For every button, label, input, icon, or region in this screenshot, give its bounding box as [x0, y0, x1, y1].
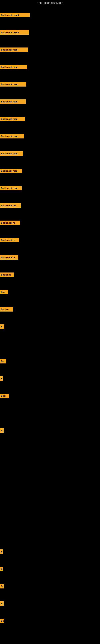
bottleneck-bar-16[interactable]: Bottlenec — [0, 272, 14, 277]
bottleneck-bar-11[interactable]: Bottleneck resu — [0, 186, 22, 190]
bottleneck-bar-10[interactable]: Bottleneck resu — [0, 169, 22, 173]
bottleneck-bar-14[interactable]: Bottleneck re — [0, 238, 19, 242]
bottleneck-bar-15[interactable]: Bottleneck re — [0, 255, 18, 260]
bottleneck-bar-13[interactable]: Bottleneck re — [0, 220, 20, 225]
bottleneck-bar-2[interactable]: Bottleneck result — [0, 30, 29, 34]
bottleneck-bar-18[interactable]: Bottlen — [0, 307, 13, 312]
bottleneck-bar-28[interactable]: Bo — [0, 619, 4, 623]
bottleneck-bar-22[interactable]: Bottl — [0, 394, 9, 398]
bottleneck-bar-4[interactable]: Bottleneck resu — [0, 65, 27, 69]
bottleneck-bar-23[interactable]: B — [0, 428, 3, 433]
bottleneck-bar-6[interactable]: Bottleneck resu — [0, 100, 26, 104]
bottleneck-bar-1[interactable]: Bottleneck result — [0, 13, 30, 17]
bottleneck-bar-24[interactable]: B — [0, 550, 3, 554]
bottleneck-bar-21[interactable]: B — [0, 376, 3, 381]
bottleneck-bar-20[interactable]: Bo — [0, 359, 6, 364]
bottleneck-bar-25[interactable]: B — [0, 567, 3, 571]
bottleneck-bar-7[interactable]: Bottleneck resu — [0, 117, 25, 121]
site-title: TheBottlenecker.com — [0, 0, 100, 6]
bottleneck-bar-5[interactable]: Bottleneck resu — [0, 82, 26, 86]
bottleneck-bar-17[interactable]: Bot — [0, 290, 8, 294]
bottleneck-bar-26[interactable]: B — [0, 584, 3, 588]
bottleneck-bar-27[interactable]: B — [0, 601, 3, 606]
bottleneck-bar-8[interactable]: Bottleneck resu — [0, 134, 24, 138]
bottleneck-bar-19[interactable]: B — [0, 324, 4, 329]
bottleneck-bar-3[interactable]: Bottleneck resul — [0, 48, 28, 52]
bottleneck-bar-9[interactable]: Bottleneck resu — [0, 151, 23, 156]
bottleneck-bar-12[interactable]: Bottleneck res — [0, 203, 21, 208]
